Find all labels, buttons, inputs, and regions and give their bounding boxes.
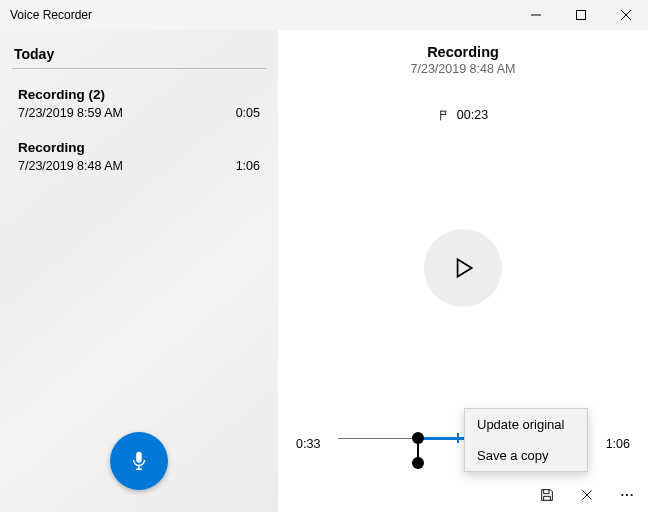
cancel-button[interactable] [576,484,598,506]
save-icon [539,487,555,503]
window-title: Voice Recorder [10,8,92,22]
svg-point-11 [626,494,628,496]
save-a-copy-option[interactable]: Save a copy [465,440,587,471]
recordings-sidebar: Today Recording (2) 7/23/2019 8:59 AM 0:… [0,30,278,512]
svg-rect-1 [576,11,585,20]
recording-datetime: 7/23/2019 8:48 AM [18,159,123,173]
save-popup: Update original Save a copy [464,408,588,472]
play-icon [450,255,476,281]
microphone-icon [128,450,150,472]
timeline-end-time: 1:06 [598,437,630,451]
svg-marker-7 [458,259,472,276]
bottom-toolbar [536,484,638,506]
record-button[interactable] [110,432,168,490]
recording-title: Recording [18,140,260,155]
section-header-today: Today [12,42,266,69]
recording-list-item[interactable]: Recording (2) 7/23/2019 8:59 AM 0:05 [12,77,266,130]
svg-point-10 [621,494,623,496]
maximize-button[interactable] [558,0,603,30]
timeline-start-time: 0:33 [296,437,328,451]
save-button[interactable] [536,484,558,506]
current-recording-title: Recording [296,44,630,60]
more-button[interactable] [616,484,638,506]
minimize-button[interactable] [513,0,558,30]
title-bar: Voice Recorder [0,0,648,30]
recording-title: Recording (2) [18,87,260,102]
marker-tick[interactable] [457,433,459,443]
svg-point-12 [631,494,633,496]
play-button[interactable] [424,229,502,307]
flag-icon [438,109,451,122]
playback-panel: Recording 7/23/2019 8:48 AM 00:23 0:33 [278,30,648,512]
close-window-button[interactable] [603,0,648,30]
marker-display: 00:23 [296,108,630,122]
ellipsis-icon [619,487,635,503]
recording-duration: 1:06 [236,159,260,173]
svg-rect-4 [136,452,142,463]
recording-list-item[interactable]: Recording 7/23/2019 8:48 AM 1:06 [12,130,266,183]
marker-time: 00:23 [457,108,488,122]
update-original-option[interactable]: Update original [465,409,587,440]
current-recording-datetime: 7/23/2019 8:48 AM [296,62,630,76]
recording-duration: 0:05 [236,106,260,120]
recording-datetime: 7/23/2019 8:59 AM [18,106,123,120]
close-icon [580,488,594,502]
